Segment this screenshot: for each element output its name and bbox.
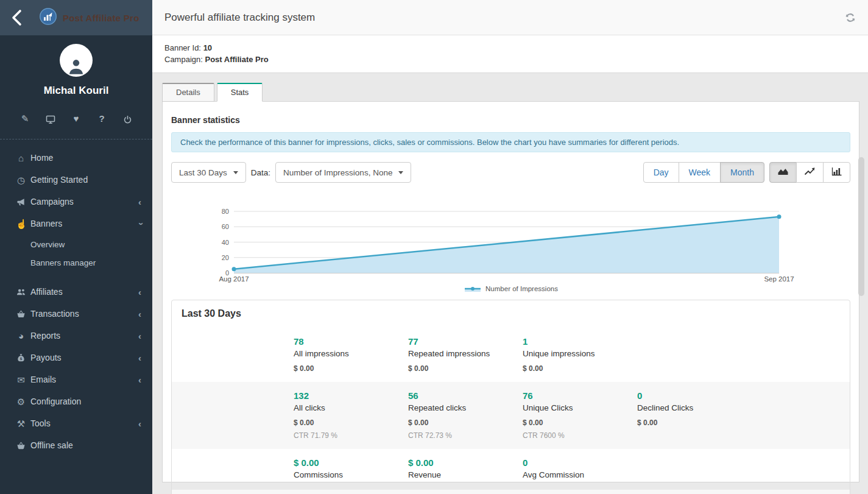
person-icon xyxy=(66,56,86,77)
view-controls: DayWeekMonth xyxy=(643,162,850,183)
sidebar-item-offline-sale[interactable]: Offline sale xyxy=(0,434,152,456)
basket-icon xyxy=(16,309,26,319)
range-select[interactable]: Last 30 Days xyxy=(171,162,246,183)
section-heading: Banner statistics xyxy=(171,115,850,125)
sidebar-item-getting-started[interactable]: ◷Getting Started xyxy=(0,169,152,191)
sidebar-item-home[interactable]: ⌂Home xyxy=(0,147,152,169)
tab-details[interactable]: Details xyxy=(162,83,214,102)
campaign-row: Campaign: Post Affiliate Pro xyxy=(164,54,856,65)
data-select[interactable]: Number of Impressions, None xyxy=(275,162,411,183)
period-button-day[interactable]: Day xyxy=(643,162,679,183)
brand: Post Affiliate Pro xyxy=(39,7,139,28)
avatar[interactable] xyxy=(60,44,93,77)
stat-money: $ 0.00 xyxy=(637,418,752,427)
sidebar-item-label: Transactions xyxy=(30,309,79,319)
summary-row-partial xyxy=(172,490,850,494)
chevron-left-icon: ‹ xyxy=(138,419,141,428)
chevron-left-icon: ‹ xyxy=(138,288,141,297)
svg-text:Sep 2017: Sep 2017 xyxy=(764,275,794,283)
period-button-month[interactable]: Month xyxy=(720,162,764,183)
back-button[interactable] xyxy=(10,9,24,27)
stat-label: All impressions xyxy=(294,348,408,359)
tab-stats[interactable]: Stats xyxy=(217,83,263,102)
sidebar-item-overview[interactable]: Overview xyxy=(0,236,152,254)
help-icon[interactable]: ? xyxy=(95,113,108,124)
svg-text:80: 80 xyxy=(222,208,229,215)
stat-value: 76 xyxy=(523,390,637,401)
campaign-label: Campaign: xyxy=(164,55,203,64)
chevron-down-icon: ‹ xyxy=(135,222,144,225)
megaphone-icon xyxy=(16,197,26,207)
caret-down-icon xyxy=(398,171,403,174)
tools-icon: ⚒ xyxy=(16,419,26,428)
refresh-button[interactable] xyxy=(845,12,856,23)
summary-title: Last 30 Days xyxy=(172,300,850,328)
submenu-banners: OverviewBanners manager xyxy=(0,236,152,272)
sidebar-item-banners[interactable]: ☝Banners‹ xyxy=(0,213,152,235)
stat-value: 0 xyxy=(523,457,637,468)
sidebar-item-label: Tools xyxy=(30,418,51,428)
sidebar-item-label: Affiliates xyxy=(30,287,63,297)
stat-repeated-clicks: 56Repeated clicks$ 0.00CTR 72.73 % xyxy=(408,390,523,440)
caret-down-icon xyxy=(233,171,238,174)
line-chart-button[interactable] xyxy=(796,162,824,183)
stat-label: Repeated impressions xyxy=(408,348,523,359)
period-button-week[interactable]: Week xyxy=(679,162,721,183)
sidebar-item-label: Emails xyxy=(30,375,56,384)
sidebar-item-campaigns[interactable]: Campaigns‹ xyxy=(0,191,152,213)
stat-ctr: CTR 71.79 % xyxy=(294,431,408,440)
chart-area: 020406080Aug 2017Sep 2017 xyxy=(171,205,850,283)
sidebar-item-label: Payouts xyxy=(30,353,62,362)
sidebar-menu: ⌂Home◷Getting StartedCampaigns‹☝Banners‹… xyxy=(0,139,152,456)
sidebar-item-label: Reports xyxy=(30,331,60,341)
info-alert: Check the performance of this banner for… xyxy=(171,132,850,152)
summary-row: 78All impressions$ 0.0077Repeated impres… xyxy=(172,328,850,382)
scrollbar-thumb[interactable] xyxy=(858,157,864,296)
impressions-area-chart: 020406080Aug 2017Sep 2017 xyxy=(171,205,850,283)
svg-text:20: 20 xyxy=(222,254,229,261)
chevron-left-icon: ‹ xyxy=(138,331,141,341)
envelope-icon: ✉ xyxy=(16,375,26,384)
bar-chart-button[interactable] xyxy=(823,162,850,183)
line-chart-icon xyxy=(804,167,816,178)
sidebar-item-tools[interactable]: ⚒Tools‹ xyxy=(0,412,152,434)
stat-money: $ 0.00 xyxy=(408,418,523,427)
stat-ctr: CTR 72.73 % xyxy=(408,431,523,440)
svg-text:60: 60 xyxy=(222,223,229,230)
chevron-left-icon: ‹ xyxy=(138,197,141,206)
stat-ctr: CTR 7600 % xyxy=(523,431,637,440)
sidebar-item-reports[interactable]: ◕Reports‹ xyxy=(0,325,152,347)
legend-marker-icon xyxy=(464,285,482,292)
heartbeat-icon[interactable]: ♥ xyxy=(69,113,83,124)
sidebar-item-configuration[interactable]: ⚙Configuration xyxy=(0,390,152,412)
area-chart-button[interactable] xyxy=(769,162,797,183)
sidebar-item-transactions[interactable]: Transactions‹ xyxy=(0,303,152,325)
brand-name: Post Affiliate Pro xyxy=(63,13,139,23)
basket-icon xyxy=(16,440,26,451)
sidebar-item-payouts[interactable]: $Payouts‹ xyxy=(0,347,152,369)
sidebar-item-affiliates[interactable]: Affiliates‹ xyxy=(0,281,152,303)
stat-money: $ 0.00 xyxy=(294,418,408,427)
stat-value: 56 xyxy=(408,390,523,401)
gear-icon: ⚙ xyxy=(16,397,26,406)
banner-id-value: 10 xyxy=(203,43,212,52)
stat-label: Declined Clicks xyxy=(637,402,752,414)
home-icon: ⌂ xyxy=(16,153,26,163)
summary-card: Last 30 Days 78All impressions$ 0.0077Re… xyxy=(171,300,850,494)
data-label: Data: xyxy=(251,168,270,177)
sidebar-item-emails[interactable]: ✉Emails‹ xyxy=(0,369,152,390)
banner-id-label: Banner Id: xyxy=(164,43,201,52)
stat-label: All clicks xyxy=(294,402,408,414)
power-icon[interactable] xyxy=(121,113,134,124)
pencil-icon[interactable]: ✎ xyxy=(18,113,32,124)
period-button-group: DayWeekMonth xyxy=(643,162,764,183)
stat-label: Avg Commission xyxy=(523,469,637,481)
monitor-icon[interactable] xyxy=(44,113,57,124)
money-bag-icon: $ xyxy=(16,353,26,363)
sidebar-item-label: Home xyxy=(30,153,53,163)
sidebar-item-banners-manager[interactable]: Banners manager xyxy=(0,254,152,272)
banner-info: Banner Id: 10 Campaign: Post Affiliate P… xyxy=(152,35,868,73)
stat-avg-commission: 0Avg Commission xyxy=(523,457,637,481)
stat-value: $ 0.00 xyxy=(294,457,408,468)
page: Post Affiliate Pro Michal Kouril ✎♥? ⌂Ho… xyxy=(0,0,868,494)
